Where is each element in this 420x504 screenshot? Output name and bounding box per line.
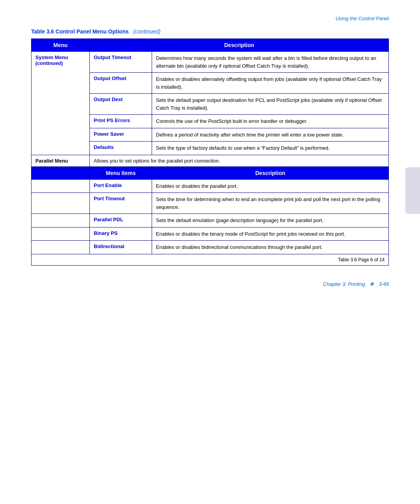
page-footer: Table 3.6 Page 6 of 14 [32, 254, 389, 265]
chapter-label: Chapter 3: Printing [323, 281, 365, 287]
parallel-empty-1 [32, 179, 90, 193]
output-dest-item: Output Dest [90, 94, 152, 115]
parallel-empty-4 [32, 227, 90, 241]
page-header: Using the Control Panel [31, 16, 389, 21]
system-menu-label: System Menu (continued) [32, 52, 90, 155]
parallel-empty-5 [32, 241, 90, 254]
binary-ps-desc: Enables or disables the binary mode of P… [152, 227, 389, 241]
parallel-pdl-item: Parallel PDL [90, 214, 152, 228]
output-dest-desc: Sets the default paper output destinatio… [152, 94, 389, 115]
output-timeout-item: Output Timeout [90, 52, 152, 73]
sub-header-row: Menu Items Description [32, 166, 389, 179]
page-number: 3-49 [379, 281, 389, 287]
parallel-pdl-desc: Sets the default emulation (page descrip… [152, 214, 389, 228]
output-offset-desc: Enables or disables alternately offsetti… [152, 73, 389, 94]
power-saver-desc: Defines a period of inactivity after whi… [152, 128, 389, 142]
output-timeout-desc: Determines how many seconds the system w… [152, 52, 389, 73]
sub-header-menu-items: Menu Items [90, 166, 152, 179]
table-header-row: Menu Description [32, 39, 389, 52]
table-footer-row: Table 3.6 Page 6 of 14 [32, 254, 389, 265]
header-desc-col: Description [90, 39, 389, 52]
table-row: Bidirectional Enables or disables bidire… [32, 241, 389, 254]
table-row: Binary PS Enables or disables the binary… [32, 227, 389, 241]
header-text: Using the Control Panel [336, 16, 389, 21]
table-title-italic: (continued) [133, 28, 161, 35]
table-title: Table 3.6 Control Panel Menu Options (co… [31, 28, 389, 35]
side-tab [405, 167, 420, 214]
footer-separator: ❖ [369, 281, 374, 287]
print-ps-errors-item: Print PS Errors [90, 115, 152, 128]
output-offset-item: Output Offset [90, 73, 152, 94]
table-row: Port Timeout Sets the time for determini… [32, 193, 389, 214]
table-title-bold: Table 3.6 Control Panel Menu Options [31, 28, 129, 35]
parallel-menu-label: Parallel Menu [32, 155, 90, 166]
defaults-item: Defaults [90, 142, 152, 155]
parallel-empty-2 [32, 193, 90, 214]
main-table: Menu Description System Menu (continued)… [31, 38, 389, 266]
print-ps-errors-desc: Controls the use of the PostScript built… [152, 115, 389, 128]
header-menu-col: Menu [32, 39, 90, 52]
parallel-menu-row: Parallel Menu Allows you to set options … [32, 155, 389, 166]
table-row: System Menu (continued) Output Timeout D… [32, 52, 389, 73]
sub-header-description: Description [152, 166, 389, 179]
bidirectional-desc: Enables or disables bidirectional commun… [152, 241, 389, 254]
table-row: Parallel PDL Sets the default emulation … [32, 214, 389, 228]
parallel-menu-desc: Allows you to set options for the parall… [90, 155, 389, 166]
bidirectional-item: Bidirectional [90, 241, 152, 254]
port-enable-item: Port Enable [90, 179, 152, 193]
defaults-desc: Sets the type of factory defaults to use… [152, 142, 389, 155]
port-timeout-desc: Sets the time for determining when to en… [152, 193, 389, 214]
parallel-empty-3 [32, 214, 90, 228]
table-row: Port Enable Enables or disables the para… [32, 179, 389, 193]
sub-header-empty [32, 166, 90, 179]
bottom-footer: Chapter 3: Printing ❖ 3-49 [31, 281, 389, 287]
power-saver-item: Power Saver [90, 128, 152, 142]
port-enable-desc: Enables or disables the parallel port. [152, 179, 389, 193]
port-timeout-item: Port Timeout [90, 193, 152, 214]
binary-ps-item: Binary PS [90, 227, 152, 241]
